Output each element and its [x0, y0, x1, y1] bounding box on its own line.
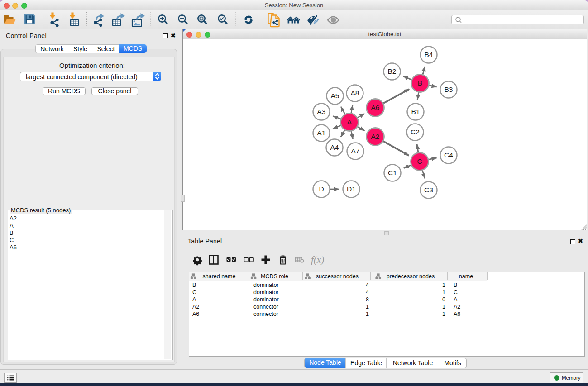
svg-text:B3: B3: [445, 86, 453, 93]
svg-text:1: 1: [366, 311, 369, 317]
svg-text:A2: A2: [371, 133, 380, 140]
svg-text:1: 1: [442, 311, 445, 317]
svg-text:A8: A8: [351, 89, 359, 97]
svg-text:B: B: [418, 79, 422, 87]
svg-text:C2: C2: [411, 128, 420, 136]
svg-text:MCDS role: MCDS role: [261, 273, 288, 280]
svg-text:C3: C3: [424, 186, 433, 194]
svg-text:D1: D1: [347, 185, 356, 193]
svg-text:shared name: shared name: [203, 273, 236, 280]
svg-text:A5: A5: [331, 92, 339, 100]
svg-text:dominator: dominator: [253, 289, 279, 295]
svg-text:dominator: dominator: [253, 282, 279, 288]
svg-text:A4: A4: [330, 143, 339, 151]
svg-text:A: A: [192, 296, 196, 303]
svg-text:connector: connector: [253, 304, 278, 310]
svg-text:A6: A6: [371, 104, 380, 111]
svg-text:A2: A2: [454, 304, 460, 310]
svg-text:0: 0: [442, 296, 445, 303]
svg-text:C: C: [417, 157, 422, 165]
svg-text:C: C: [454, 289, 458, 295]
svg-text:B: B: [454, 282, 457, 288]
svg-text:1: 1: [442, 282, 445, 288]
svg-text:successor nodes: successor nodes: [316, 273, 359, 280]
svg-text:C: C: [192, 289, 196, 295]
svg-text:B4: B4: [425, 51, 433, 58]
svg-text:A2: A2: [192, 304, 199, 310]
svg-text:connector: connector: [253, 311, 278, 317]
svg-text:B: B: [192, 282, 196, 288]
svg-text:dominator: dominator: [253, 296, 279, 303]
svg-text:f(x): f(x): [311, 254, 324, 265]
svg-text:A6: A6: [454, 311, 460, 317]
svg-text:1: 1: [366, 304, 369, 310]
svg-text:4: 4: [366, 282, 369, 288]
svg-text:4: 4: [366, 289, 369, 295]
svg-text:C4: C4: [444, 151, 453, 159]
svg-text:1: 1: [442, 304, 445, 310]
svg-text:A7: A7: [351, 147, 360, 155]
svg-text:A3: A3: [317, 108, 326, 115]
svg-text:B2: B2: [388, 67, 397, 75]
svg-text:1: 1: [442, 289, 445, 295]
svg-text:A1: A1: [317, 129, 326, 137]
svg-text:C1: C1: [388, 169, 397, 176]
svg-text:B1: B1: [411, 108, 420, 115]
svg-text:predecessor nodes: predecessor nodes: [387, 273, 435, 280]
svg-text:name: name: [459, 273, 473, 280]
svg-text:A6: A6: [192, 311, 199, 317]
svg-text:8: 8: [366, 296, 369, 303]
svg-text:D: D: [319, 185, 324, 193]
svg-text:A: A: [347, 118, 352, 126]
svg-text:A: A: [454, 296, 458, 303]
